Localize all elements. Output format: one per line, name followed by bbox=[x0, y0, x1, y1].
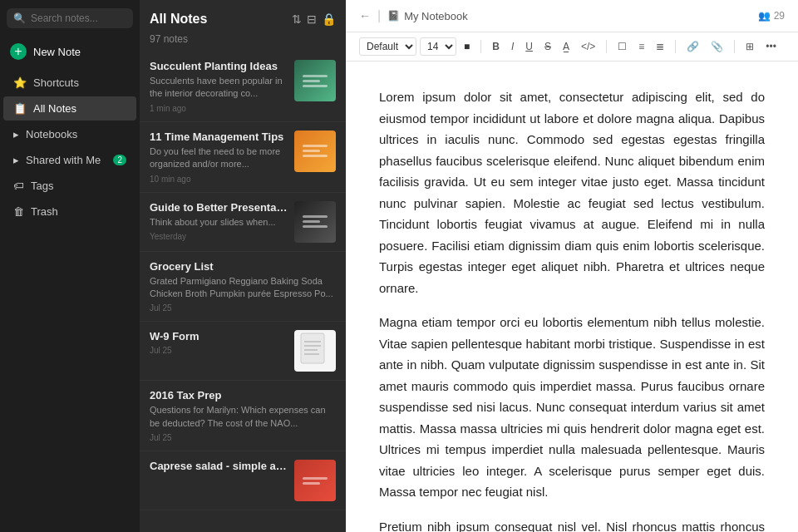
strikethrough-button[interactable]: S bbox=[540, 39, 555, 54]
list-item[interactable]: Guide to Better Presentations for your B… bbox=[140, 193, 346, 252]
note-preview: Questions for Marilyn: Which expenses ca… bbox=[150, 404, 336, 430]
all-notes-icon: 📋 bbox=[13, 102, 27, 115]
note-text: 2016 Tax Prep Questions for Marilyn: Whi… bbox=[150, 389, 336, 442]
plus-icon: + bbox=[10, 43, 27, 60]
editor: ← | 📓 My Notebook 👥 29 Default 14 ■ B I … bbox=[346, 0, 798, 532]
list-item[interactable]: W-9 Form Jul 25 bbox=[140, 322, 346, 381]
sidebar-item-label: Tags bbox=[31, 180, 53, 192]
note-thumbnail bbox=[294, 60, 336, 101]
note-date: Yesterday bbox=[150, 232, 288, 241]
share-count[interactable]: 👥 29 bbox=[758, 10, 785, 22]
note-thumbnail bbox=[294, 201, 336, 243]
sidebar-item-label: Trash bbox=[31, 205, 58, 218]
note-title: Grocery List bbox=[150, 260, 336, 273]
bold-button[interactable]: B bbox=[488, 39, 504, 54]
notebook-name[interactable]: 📓 My Notebook bbox=[387, 10, 468, 22]
search-input[interactable] bbox=[31, 12, 140, 24]
note-text: Caprese salad - simple and bbox=[150, 460, 288, 475]
note-preview: Succulents have been popular in the inte… bbox=[150, 75, 288, 101]
shortcuts-icon: ⭐ bbox=[13, 76, 27, 89]
note-date: 1 min ago bbox=[150, 104, 288, 113]
sidebar-item-shortcuts[interactable]: ⭐ Shortcuts bbox=[3, 71, 136, 95]
note-title: W-9 Form bbox=[150, 330, 288, 342]
list-actions: ⇅ ⊟ 🔒 bbox=[292, 12, 336, 26]
code-button[interactable]: </> bbox=[577, 39, 599, 54]
attachment-button[interactable]: 📎 bbox=[707, 39, 727, 54]
list-item[interactable]: Succulent Planting Ideas Succulents have… bbox=[140, 52, 346, 122]
new-note-label: New Note bbox=[33, 46, 81, 58]
note-title: Guide to Better Presentations for your B… bbox=[150, 201, 288, 214]
underline-button[interactable]: U bbox=[521, 39, 537, 54]
note-text: 11 Time Management Tips Do you feel the … bbox=[150, 131, 288, 184]
new-note-button[interactable]: + New Note bbox=[0, 37, 140, 66]
more-button[interactable]: ••• bbox=[761, 39, 781, 54]
note-date: 10 min ago bbox=[150, 175, 288, 184]
ordered-list-button[interactable]: ≣ bbox=[652, 39, 668, 54]
unordered-list-button[interactable]: ≡ bbox=[634, 39, 648, 54]
toolbar-separator bbox=[734, 40, 735, 53]
toolbar-separator bbox=[480, 40, 481, 53]
note-text: Succulent Planting Ideas Succulents have… bbox=[150, 60, 288, 113]
note-date: Jul 25 bbox=[150, 346, 288, 355]
sort-icon[interactable]: ⇅ bbox=[292, 12, 302, 26]
note-date: Jul 25 bbox=[150, 433, 336, 442]
list-title: All Notes bbox=[150, 12, 207, 27]
table-button[interactable]: ⊞ bbox=[741, 39, 758, 54]
note-thumbnail bbox=[294, 460, 336, 501]
content-paragraph-1: Lorem ipsum dolor sit amet, consectetur … bbox=[379, 86, 765, 298]
notes-list: All Notes ⇅ ⊟ 🔒 97 notes Succulent Plant… bbox=[140, 0, 346, 532]
notebooks-icon: ▸ bbox=[13, 128, 19, 140]
toolbar-separator bbox=[675, 40, 676, 53]
sidebar-item-all-notes[interactable]: 📋 All Notes bbox=[3, 96, 136, 121]
sidebar-item-shared[interactable]: ▸ Shared with Me 2 bbox=[3, 148, 136, 172]
sidebar-item-tags[interactable]: 🏷 Tags bbox=[3, 174, 136, 198]
back-icon[interactable]: ← bbox=[359, 9, 371, 22]
italic-button[interactable]: I bbox=[507, 39, 518, 54]
share-icon: 👥 bbox=[758, 10, 771, 22]
note-title: Succulent Planting Ideas bbox=[150, 60, 288, 72]
sidebar-item-label: Shared with Me bbox=[26, 154, 101, 166]
checkbox-button[interactable]: ☐ bbox=[613, 39, 631, 54]
note-text: Guide to Better Presentations for your B… bbox=[150, 201, 288, 241]
font-size-select[interactable]: 14 bbox=[420, 37, 456, 56]
svg-rect-0 bbox=[301, 333, 324, 363]
sidebar-item-trash[interactable]: 🗑 Trash bbox=[3, 200, 136, 224]
editor-content[interactable]: Lorem ipsum dolor sit amet, consectetur … bbox=[346, 62, 798, 532]
note-text: W-9 Form Jul 25 bbox=[150, 330, 288, 355]
shared-icon: ▸ bbox=[13, 154, 19, 166]
list-header: All Notes ⇅ ⊟ 🔒 bbox=[140, 0, 346, 33]
note-date: Jul 25 bbox=[150, 303, 336, 313]
note-text: Grocery List Grated Parmigiano Reggiano … bbox=[150, 260, 336, 313]
notebook-name-label: My Notebook bbox=[404, 10, 468, 22]
topbar-divider: | bbox=[377, 8, 381, 23]
note-thumbnail bbox=[294, 131, 336, 172]
view-icon[interactable]: ⊟ bbox=[307, 12, 317, 26]
content-paragraph-3: Pretium nibh ipsum consequat nisl vel. N… bbox=[379, 516, 765, 533]
list-item[interactable]: Caprese salad - simple and bbox=[140, 451, 346, 510]
highlight-button[interactable]: A̲ bbox=[559, 39, 574, 54]
note-title: 11 Time Management Tips bbox=[150, 131, 288, 143]
notebook-icon: 📓 bbox=[387, 10, 400, 22]
lock-icon[interactable]: 🔒 bbox=[322, 12, 336, 26]
color-swatch-button[interactable]: ■ bbox=[460, 39, 474, 54]
content-paragraph-2: Magna etiam tempor orci eu lobortis elem… bbox=[379, 312, 765, 503]
toolbar-separator bbox=[606, 40, 607, 53]
tags-icon: 🏷 bbox=[13, 180, 24, 192]
list-item[interactable]: 11 Time Management Tips Do you feel the … bbox=[140, 122, 346, 193]
trash-icon: 🗑 bbox=[13, 205, 24, 218]
note-preview: Think about your slides when... bbox=[150, 216, 288, 229]
sidebar-item-label: Shortcuts bbox=[33, 76, 79, 89]
toolbar: Default 14 ■ B I U S A̲ </> ☐ ≡ ≣ 🔗 📎 ⊞ … bbox=[346, 32, 798, 62]
notes-count: 97 notes bbox=[140, 33, 346, 52]
share-number: 29 bbox=[774, 10, 785, 22]
note-title: Caprese salad - simple and bbox=[150, 460, 288, 472]
list-item[interactable]: 2016 Tax Prep Questions for Marilyn: Whi… bbox=[140, 381, 346, 451]
list-item[interactable]: Grocery List Grated Parmigiano Reggiano … bbox=[140, 252, 346, 323]
note-preview: Do you feel the need to be more organize… bbox=[150, 145, 288, 171]
link-button[interactable]: 🔗 bbox=[682, 39, 703, 54]
search-bar[interactable]: 🔍 bbox=[7, 8, 133, 28]
sidebar-item-label: All Notes bbox=[33, 102, 76, 115]
notes-scroll[interactable]: Succulent Planting Ideas Succulents have… bbox=[140, 52, 346, 532]
font-style-select[interactable]: Default bbox=[359, 37, 416, 56]
sidebar-item-notebooks[interactable]: ▸ Notebooks bbox=[3, 122, 136, 146]
